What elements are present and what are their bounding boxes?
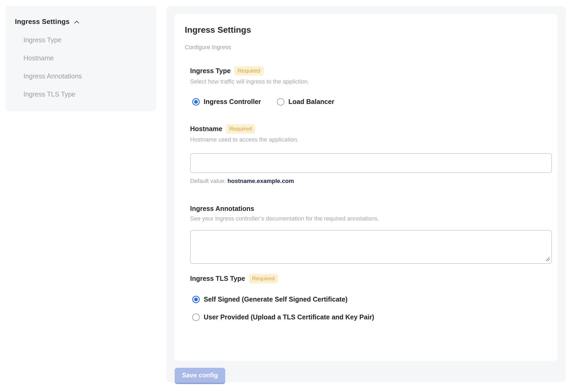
page-title: Ingress Settings — [185, 25, 552, 35]
save-config-button[interactable]: Save config — [175, 368, 225, 384]
default-value-label: Default value: — [190, 178, 226, 184]
required-badge: Required — [226, 124, 255, 134]
hostname-input[interactable] — [190, 153, 552, 173]
hostname-label: Hostname — [190, 125, 222, 133]
main-panel: Ingress Settings Configure Ingress Ingre… — [166, 6, 566, 382]
sidebar-item-ingress-annotations[interactable]: Ingress Annotations — [23, 73, 149, 80]
field-ingress-annotations: Ingress Annotations See your ingress con… — [185, 205, 552, 264]
radio-unselected-icon[interactable] — [277, 98, 284, 106]
sidebar-item-hostname[interactable]: Hostname — [23, 55, 149, 61]
ingress-annotations-textarea[interactable] — [190, 230, 552, 264]
required-badge: Required — [249, 274, 278, 283]
hostname-description: Hostname used to access the application. — [190, 136, 552, 143]
radio-label[interactable]: User Provided (Upload a TLS Certificate … — [204, 313, 374, 321]
ingress-type-radio-group: Ingress Controller Load Balancer — [190, 98, 552, 106]
ingress-tls-radio-group: Self Signed (Generate Self Signed Certif… — [190, 295, 552, 321]
sidebar-item-ingress-type[interactable]: Ingress Type — [23, 36, 149, 43]
radio-label[interactable]: Ingress Controller — [204, 98, 261, 106]
radio-option-load-balancer[interactable]: Load Balancer — [277, 98, 334, 106]
ingress-tls-type-label: Ingress TLS Type — [190, 275, 245, 282]
field-ingress-tls-type: Ingress TLS Type Required Self Signed (G… — [185, 274, 552, 321]
ingress-annotations-label: Ingress Annotations — [190, 205, 254, 212]
field-ingress-type: Ingress Type Required Select how traffic… — [185, 66, 552, 106]
ingress-type-description: Select how traffic will ingress to the a… — [190, 78, 552, 85]
radio-selected-icon[interactable] — [192, 98, 200, 106]
sidebar-item-ingress-tls-type[interactable]: Ingress TLS Type — [23, 91, 149, 98]
sidebar-nav: Ingress Type Hostname Ingress Annotation… — [15, 36, 149, 98]
radio-label[interactable]: Load Balancer — [288, 98, 334, 106]
radio-option-user-provided[interactable]: User Provided (Upload a TLS Certificate … — [192, 313, 552, 321]
ingress-annotations-description: See your ingress controller’s documentat… — [190, 215, 552, 222]
radio-unselected-icon[interactable] — [192, 314, 200, 321]
ingress-type-label: Ingress Type — [190, 67, 231, 75]
page-subtitle: Configure Ingress — [185, 44, 552, 51]
sidebar-section-title: Ingress Settings — [15, 18, 69, 26]
radio-selected-icon[interactable] — [192, 296, 200, 303]
radio-label[interactable]: Self Signed (Generate Self Signed Certif… — [204, 295, 347, 303]
default-value-text: hostname.example.com — [228, 178, 294, 184]
radio-option-ingress-controller[interactable]: Ingress Controller — [192, 98, 261, 106]
radio-option-self-signed[interactable]: Self Signed (Generate Self Signed Certif… — [192, 295, 552, 303]
hostname-default-line: Default value:hostname.example.com — [190, 178, 552, 185]
settings-sidebar: Ingress Settings Ingress Type Hostname I… — [5, 6, 157, 111]
ingress-settings-card: Ingress Settings Configure Ingress Ingre… — [174, 14, 558, 361]
textarea-resize-handle[interactable] — [545, 256, 551, 262]
required-badge: Required — [234, 66, 263, 76]
chevron-up-icon[interactable] — [73, 19, 80, 26]
sidebar-section-header[interactable]: Ingress Settings — [15, 18, 149, 26]
field-hostname: Hostname Required Hostname used to acces… — [185, 124, 552, 185]
